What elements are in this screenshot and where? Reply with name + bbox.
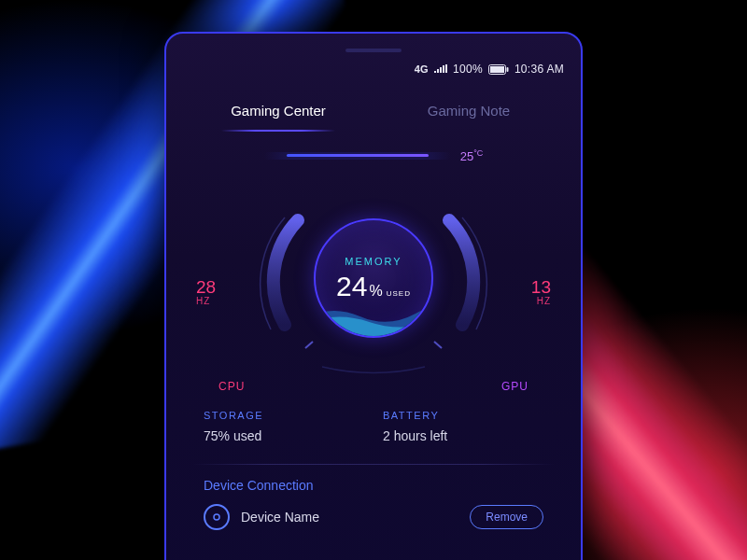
temperature-unit: °C	[473, 148, 483, 158]
remove-button[interactable]: Remove	[470, 505, 543, 529]
svg-line-4	[434, 342, 442, 348]
gauge-area: MEMORY 24%USED 28 HZ 13 HZ CPU GPU	[183, 171, 564, 404]
memory-number: 24	[336, 273, 367, 301]
memory-label: MEMORY	[345, 256, 402, 267]
device-connection-title: Device Connection	[183, 465, 564, 495]
storage-value: 75% used	[204, 428, 364, 443]
phone-speaker	[345, 49, 402, 52]
svg-point-5	[214, 514, 219, 520]
tab-bar: Gaming Center Gaming Note	[183, 91, 564, 132]
cpu-label: CPU	[218, 380, 245, 393]
cpu-unit: HZ	[196, 296, 216, 306]
status-bar: 4G 100% 10:36 AM	[183, 60, 564, 78]
cpu-stat: 28 HZ	[196, 278, 216, 306]
svg-line-3	[305, 342, 313, 348]
temperature-number: 25	[460, 149, 473, 163]
svg-rect-1	[490, 66, 504, 73]
battery-icon	[488, 64, 509, 75]
svg-rect-2	[506, 67, 508, 72]
cpu-value: 28	[196, 278, 216, 296]
battery-info[interactable]: BATTERY 2 hours left	[383, 410, 543, 443]
gpu-unit: HZ	[531, 296, 551, 306]
status-time: 10:36 AM	[514, 63, 564, 76]
signal-icon	[434, 64, 447, 74]
battery-label: BATTERY	[383, 410, 543, 421]
gpu-value: 13	[531, 278, 551, 296]
memory-value: 24%USED	[336, 273, 411, 301]
tab-gaming-note[interactable]: Gaming Note	[374, 91, 564, 132]
storage-label: STORAGE	[204, 410, 364, 421]
temperature-row: 25°C	[183, 148, 564, 163]
storage-info[interactable]: STORAGE 75% used	[204, 410, 364, 443]
battery-percent: 100%	[453, 63, 483, 76]
memory-gauge[interactable]: MEMORY 24%USED	[314, 218, 433, 338]
memory-used-label: USED	[387, 290, 411, 298]
device-name: Device Name	[241, 510, 458, 525]
temperature-value: 25°C	[460, 148, 484, 163]
gpu-stat: 13 HZ	[531, 278, 551, 306]
memory-percent-sign: %	[369, 284, 382, 299]
temperature-bar	[264, 152, 451, 160]
phone-frame: 4G 100% 10:36 AM Gaming Center Gaming No…	[164, 32, 583, 560]
info-grid: STORAGE 75% used BATTERY 2 hours left	[183, 410, 564, 443]
device-icon	[204, 504, 230, 530]
tab-gaming-center[interactable]: Gaming Center	[183, 91, 374, 132]
network-indicator: 4G	[415, 63, 429, 75]
gpu-label: GPU	[501, 380, 529, 393]
battery-value: 2 hours left	[383, 428, 543, 443]
device-row: Device Name Remove	[183, 495, 564, 530]
